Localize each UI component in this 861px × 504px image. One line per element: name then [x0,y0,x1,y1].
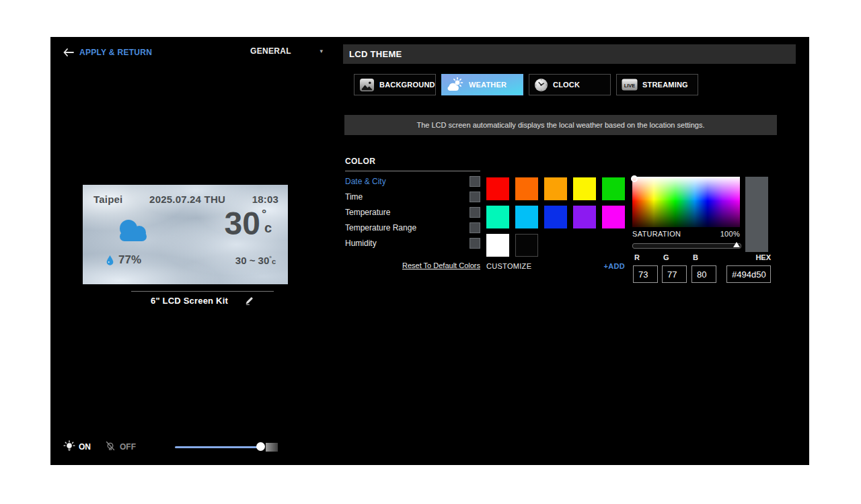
lcd-config-panel: APPLY & RETURN GENERAL ▾ LCD THEME BACKG… [50,37,809,465]
color-palette [486,177,625,257]
color-section-title: COLOR [345,157,480,171]
svg-text:LIVE: LIVE [624,83,636,89]
color-item[interactable]: Humidity [345,235,480,251]
backlight-off-label: OFF [120,442,136,452]
hex-label: HEX [726,253,771,261]
temp-unit: c [264,221,272,235]
palette-swatch[interactable] [515,177,538,200]
backlight-on-button[interactable]: ON [63,440,91,453]
lcd-preview: Taipei 2025.07.24 THU 18:03 30 ° c 77% [83,185,288,284]
color-item-list: Date & CityTimeTemperatureTemperature Ra… [345,173,480,251]
back-arrow-icon [63,48,74,56]
current-color-preview [745,177,768,252]
tab-clock[interactable]: CLOCK [529,74,611,95]
color-item-swatch[interactable] [470,176,480,187]
tab-label: WEATHER [469,81,507,89]
backlight-off-button[interactable]: OFF [104,440,136,453]
palette-swatch[interactable] [573,206,596,228]
preview-date: 2025.07.24 THU [149,194,225,205]
r-label: R [634,253,640,261]
reset-default-colors-link[interactable]: Reset To Default Colors [402,261,480,269]
mode-dropdown-value: GENERAL [250,46,291,56]
color-item-label: Temperature Range [345,223,416,233]
hue-gradient-picker[interactable] [632,177,740,227]
apply-return-label: APPLY & RETURN [79,48,152,57]
palette-swatch[interactable] [486,206,509,228]
color-item-swatch[interactable] [470,192,480,202]
palette-swatch[interactable] [544,177,567,200]
chevron-down-icon: ▾ [320,48,323,54]
b-input[interactable] [691,265,716,283]
clock-icon [534,78,548,92]
color-item-swatch[interactable] [470,222,480,233]
add-color-button[interactable]: +ADD [604,262,625,270]
customize-label: CUSTOMIZE [486,262,531,270]
device-name-row: 6" LCD Screen Kit [131,291,274,306]
hue-cursor[interactable] [631,175,638,182]
image-icon [359,78,375,92]
tab-streaming[interactable]: LIVESTREAMING [616,74,698,95]
range-unit: c [272,257,276,265]
palette-swatch[interactable] [515,206,538,228]
bulb-on-icon [63,440,75,453]
color-item-swatch[interactable] [470,238,480,249]
color-item-label: Temperature [345,208,390,217]
color-item-label: Humidity [345,239,377,248]
g-input[interactable] [662,265,687,283]
palette-swatch[interactable] [602,206,625,228]
bulb-off-icon [104,440,116,453]
color-item-label: Time [345,192,363,202]
color-section: COLOR Date & CityTimeTemperatureTemperat… [345,157,480,271]
weather-notice: The LCD screen automatically displays th… [344,115,777,135]
preview-humidity: 77% [118,253,141,267]
brightness-slider-thumb[interactable] [256,442,265,451]
tab-label: BACKGROUND [379,81,435,89]
brightness-slider[interactable] [175,442,278,452]
theme-tabs: BACKGROUNDWEATHERCLOCKLIVESTREAMING [354,74,698,95]
palette-swatch[interactable] [486,234,509,257]
color-item[interactable]: Time [345,189,480,204]
preview-city: Taipei [93,194,122,205]
color-item[interactable]: Temperature Range [345,220,480,235]
tab-label: CLOCK [553,81,580,89]
tab-background[interactable]: BACKGROUND [354,74,436,95]
preview-temp-range: 30 ~ 30 [235,255,269,266]
r-input[interactable] [633,265,658,283]
saturation-slider[interactable] [632,243,741,249]
saturation-value: 100% [720,230,740,238]
palette-section: CUSTOMIZE +ADD [486,177,625,270]
preview-time: 18:03 [252,194,278,205]
saturation-slider-thumb[interactable] [733,242,740,247]
device-name: 6" LCD Screen Kit [151,296,228,306]
palette-swatch[interactable] [544,206,567,228]
live-badge-icon: LIVE [622,79,638,91]
cloud-icon [111,216,154,249]
degree-symbol: ° [262,208,266,219]
g-label: G [663,253,669,261]
custom-color-slot[interactable] [515,234,538,257]
b-label: B [693,253,698,261]
color-item[interactable]: Date & City [345,173,480,189]
color-item-swatch[interactable] [470,207,480,218]
hex-input[interactable] [726,265,771,283]
saturation-label: SATURATION [632,230,681,238]
weather-sun-cloud-icon [447,77,464,92]
brightness-slider-track[interactable] [175,446,260,448]
tab-label: STREAMING [642,81,688,89]
palette-swatch[interactable] [573,177,596,200]
tab-weather[interactable]: WEATHER [441,74,523,95]
palette-swatch[interactable] [602,177,625,200]
backlight-on-label: ON [79,442,91,452]
edit-pencil-icon[interactable] [244,296,254,306]
mode-dropdown[interactable]: GENERAL ▾ [250,46,323,56]
droplet-icon [106,255,114,265]
apply-return-button[interactable]: APPLY & RETURN [63,48,152,57]
color-item[interactable]: Temperature [345,204,480,220]
color-item-label: Date & City [345,177,386,186]
palette-swatch[interactable] [486,177,509,200]
brightness-slider-end-block [266,443,278,452]
page-title: LCD THEME [343,44,796,64]
preview-temperature: 30 [224,208,260,240]
